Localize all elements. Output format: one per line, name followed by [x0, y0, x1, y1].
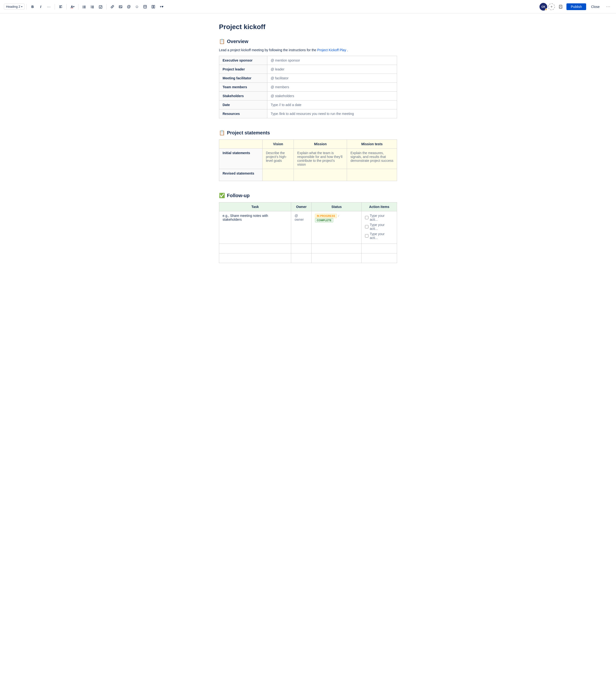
table-row: Project leader @ leader: [219, 65, 397, 74]
table-row: Meeting facilitator @ facilitator: [219, 74, 397, 83]
row-value[interactable]: Type /link to add resources you need to …: [267, 109, 397, 118]
task-list-icon: [99, 5, 102, 9]
overview-description: Lead a project kickoff meeting by follow…: [219, 48, 397, 52]
svg-rect-1: [59, 6, 61, 7]
align-group: [57, 3, 64, 10]
task-list-button[interactable]: [97, 3, 104, 10]
statements-icon: 📋: [219, 130, 225, 136]
statements-initial-mission[interactable]: Explain what the team is responsible for…: [294, 149, 347, 169]
align-button[interactable]: [57, 3, 64, 10]
close-button[interactable]: Close: [588, 3, 603, 10]
bold-button[interactable]: B: [29, 3, 36, 10]
followup-owner-1[interactable]: @ owner: [291, 212, 312, 244]
toolbar-divider-3: [66, 4, 67, 10]
page-title[interactable]: Project kickoff: [219, 23, 397, 31]
statements-initial-vision[interactable]: Describe the project's high-level goals: [263, 149, 294, 169]
mention-button[interactable]: @: [125, 3, 132, 10]
followup-owner-3[interactable]: [291, 253, 312, 263]
bullet-list-button[interactable]: [80, 3, 88, 10]
overview-icon: 📋: [219, 38, 225, 44]
table-row: Date Type // to add a date: [219, 100, 397, 109]
svg-rect-4: [84, 6, 86, 6]
image-icon: [119, 5, 122, 9]
statements-revised-vision[interactable]: [263, 169, 294, 181]
emoji-button[interactable]: ☺: [133, 3, 141, 10]
followup-col-owner: Owner: [291, 202, 312, 212]
layout-icon: [151, 5, 155, 9]
followup-col-task: Task: [219, 202, 291, 212]
row-value[interactable]: @ members: [267, 83, 397, 92]
followup-status-3[interactable]: [312, 253, 362, 263]
layout-button[interactable]: [149, 3, 157, 10]
followup-icon: ✅: [219, 193, 225, 198]
followup-header-row: Task Owner Status Action items: [219, 202, 397, 212]
table-button[interactable]: [141, 3, 149, 10]
followup-col-actions: Action items: [362, 202, 397, 212]
align-icon: [59, 5, 63, 9]
publish-button[interactable]: Publish: [566, 3, 586, 10]
more-options-button[interactable]: ···: [605, 3, 612, 10]
avatar-initials: CK: [542, 5, 545, 8]
more-format-button[interactable]: ···: [45, 3, 53, 10]
action-text-1[interactable]: Type your acti...: [370, 214, 393, 221]
followup-status-2[interactable]: [312, 244, 362, 253]
status-in-progress-badge[interactable]: IN PROGRESS: [315, 214, 337, 218]
statements-revised-mission[interactable]: [294, 169, 347, 181]
action-text-3[interactable]: Type your acti...: [370, 232, 393, 240]
kickoff-play-link[interactable]: Project Kickoff Play: [317, 48, 346, 52]
action-text-2[interactable]: Type your acti...: [370, 223, 393, 231]
overview-section: 📋 Overview Lead a project kickoff meetin…: [219, 38, 397, 118]
link-button[interactable]: [109, 3, 116, 10]
followup-row-2: [219, 244, 397, 253]
statements-initial-label: Initial statements: [219, 149, 263, 169]
followup-col-status: Status: [312, 202, 362, 212]
heading-select-label: Heading 2: [6, 5, 20, 8]
add-collaborator-button[interactable]: +: [548, 3, 555, 10]
row-value[interactable]: Type // to add a date: [267, 100, 397, 109]
save-icon[interactable]: [557, 3, 564, 10]
row-value[interactable]: @ leader: [267, 65, 397, 74]
status-divider: /: [338, 215, 339, 217]
heading-select[interactable]: Heading 2 ▾: [4, 4, 25, 10]
statements-section: 📋 Project statements Vision Mission Miss…: [219, 130, 397, 181]
row-value[interactable]: @ mention sponsor: [267, 56, 397, 65]
svg-rect-12: [92, 7, 94, 7]
insert-group: @ ☺ +▾: [109, 3, 165, 10]
number-list-icon: 1. 2. 3.: [90, 5, 94, 9]
table-row: Resources Type /link to add resources yo…: [219, 109, 397, 118]
row-label: Date: [219, 100, 267, 109]
statements-revised-tests[interactable]: [347, 169, 397, 181]
italic-button[interactable]: I: [37, 3, 44, 10]
followup-task-3[interactable]: [219, 253, 291, 263]
table-row: Team members @ members: [219, 83, 397, 92]
followup-actions-3[interactable]: [362, 253, 397, 263]
status-complete-badge[interactable]: COMPLETE: [315, 218, 333, 222]
action-checkbox-2[interactable]: [365, 225, 368, 228]
image-button[interactable]: [117, 3, 124, 10]
statements-col-vision: Vision: [263, 140, 294, 149]
action-checkbox-3[interactable]: [365, 234, 368, 237]
statements-initial-tests[interactable]: Explain the measures, signals, and resul…: [347, 149, 397, 169]
row-value[interactable]: @ stakeholders: [267, 92, 397, 100]
followup-task-2[interactable]: [219, 244, 291, 253]
statements-header-row: Vision Mission Mission tests: [219, 140, 397, 149]
avatar-group: CK +: [540, 3, 555, 10]
list-group: 1. 2. 3.: [80, 3, 104, 10]
insert-more-button[interactable]: +▾: [158, 3, 165, 10]
followup-actions-2[interactable]: [362, 244, 397, 253]
row-label: Project leader: [219, 65, 267, 74]
followup-task-1[interactable]: e.g., Share meeting notes with stakehold…: [219, 212, 291, 244]
followup-owner-2[interactable]: [291, 244, 312, 253]
followup-actions-1: Type your acti... Type your acti... Type…: [362, 212, 397, 244]
color-button[interactable]: A ▾: [69, 3, 76, 10]
svg-rect-25: [559, 7, 562, 8]
svg-rect-0: [59, 5, 62, 6]
color-group: A ▾: [69, 3, 76, 10]
number-list-button[interactable]: 1. 2. 3.: [89, 3, 96, 10]
action-checkbox-1[interactable]: [365, 216, 368, 219]
followup-section: ✅ Follow-up Task Owner Status Action ite…: [219, 193, 397, 263]
svg-rect-23: [559, 5, 562, 8]
color-icon: A: [71, 5, 73, 9]
statements-col-mission-tests: Mission tests: [347, 140, 397, 149]
row-value[interactable]: @ facilitator: [267, 74, 397, 83]
